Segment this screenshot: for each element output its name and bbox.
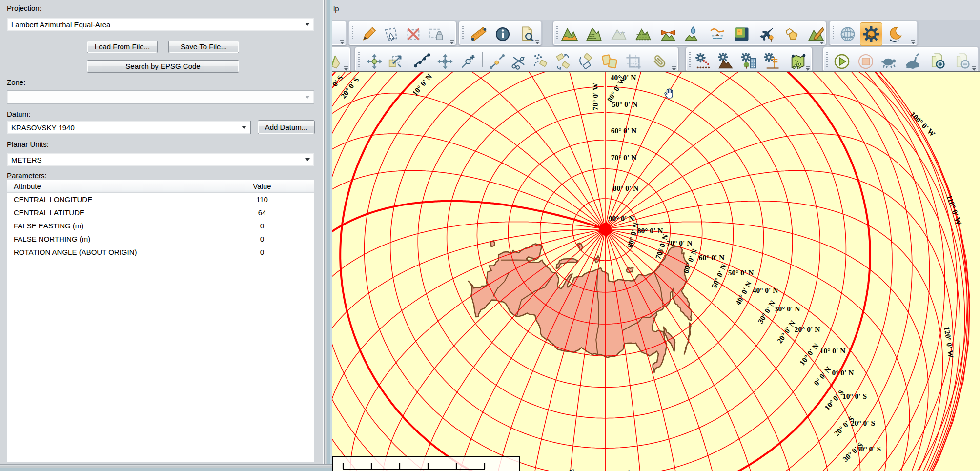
toolbar-overflow-button[interactable] bbox=[449, 39, 455, 44]
split-line-icon[interactable] bbox=[510, 53, 528, 70]
scatter-vertices-icon[interactable] bbox=[531, 53, 549, 70]
toolbar-grip[interactable] bbox=[462, 26, 464, 41]
flythrough-plane-icon[interactable] bbox=[758, 25, 776, 43]
select-polygon-icon[interactable] bbox=[382, 25, 400, 43]
dialog-right-border bbox=[323, 0, 332, 471]
terrain-flatten-icon[interactable] bbox=[610, 25, 628, 43]
color-relief-icon[interactable] bbox=[733, 25, 751, 43]
load-from-file-button[interactable]: Load From File... bbox=[87, 41, 158, 53]
chevron-down-icon[interactable] bbox=[302, 154, 313, 165]
rotate-features-alt-icon[interactable] bbox=[577, 53, 594, 70]
zoom-out-page-icon[interactable] bbox=[954, 53, 971, 70]
add-datum-button[interactable]: Add Datum... bbox=[258, 120, 315, 134]
stop-animation-icon[interactable] bbox=[857, 53, 875, 70]
chevron-down-icon[interactable] bbox=[238, 122, 250, 133]
toolbar-grip[interactable] bbox=[358, 52, 360, 67]
generate-streets-icon[interactable] bbox=[763, 53, 781, 70]
save-to-file-button[interactable]: Save To File... bbox=[168, 41, 239, 53]
digitizer-pencil-icon[interactable] bbox=[360, 25, 377, 43]
pan-feature-icon[interactable] bbox=[366, 53, 383, 70]
move-feature-icon[interactable] bbox=[436, 53, 454, 70]
generate-points-icon[interactable] bbox=[694, 53, 712, 70]
toolbar-row1-group-4 bbox=[553, 21, 826, 45]
parameter-row[interactable]: FALSE EASTING (m)0 bbox=[7, 220, 314, 233]
toolbar-overflow-button[interactable] bbox=[671, 65, 677, 70]
toolbar-row1-group-1 bbox=[330, 21, 347, 45]
chevron-down-icon[interactable] bbox=[302, 19, 313, 30]
terrain-watershed-icon[interactable] bbox=[659, 25, 677, 43]
north-pole-point bbox=[599, 223, 612, 236]
delete-feature-icon[interactable] bbox=[405, 25, 422, 43]
join-lines-icon[interactable] bbox=[489, 53, 507, 70]
parameter-row[interactable]: CENTRAL LONGITUDE110 bbox=[7, 193, 314, 206]
lock-edit-icon[interactable] bbox=[427, 25, 445, 43]
toolbar-overflow-button[interactable] bbox=[339, 39, 345, 44]
menu-item-help-partial[interactable]: lp bbox=[333, 4, 339, 13]
parameter-attribute: CENTRAL LONGITUDE bbox=[14, 195, 92, 204]
grid-label: 80° 0' N bbox=[613, 184, 639, 192]
speed-slow-turtle-icon[interactable] bbox=[880, 53, 898, 70]
toolbar-overflow-button[interactable] bbox=[971, 65, 977, 70]
parameter-value: 64 bbox=[210, 208, 314, 217]
scale-feature-icon[interactable] bbox=[387, 53, 404, 70]
terrain-contours-icon[interactable] bbox=[585, 25, 603, 43]
add-vertex-icon[interactable] bbox=[459, 53, 477, 70]
terrain-layers-icon[interactable] bbox=[709, 25, 726, 43]
toolbar-grip[interactable] bbox=[689, 52, 691, 67]
terrain-water-drop-icon[interactable] bbox=[684, 25, 701, 43]
parameter-row[interactable]: CENTRAL LATITUDE64 bbox=[7, 206, 314, 220]
generate-terrain-icon[interactable] bbox=[717, 53, 735, 70]
toolbar-overflow-button[interactable] bbox=[910, 39, 916, 44]
rotate-features-icon[interactable] bbox=[554, 53, 572, 70]
area-polygons-icon[interactable] bbox=[782, 25, 800, 43]
document-search-icon[interactable] bbox=[518, 25, 536, 43]
attach-file-icon[interactable] bbox=[651, 53, 668, 70]
toolbar-grip[interactable] bbox=[352, 26, 353, 41]
terrain-grid-icon[interactable] bbox=[634, 25, 652, 43]
parameter-row[interactable]: FALSE NORTHING (m)0 bbox=[7, 233, 314, 246]
parameter-attribute: FALSE NORTHING (m) bbox=[14, 235, 90, 243]
grid-label: 70° 0' N bbox=[667, 239, 693, 247]
grid-label: 60° 0' N bbox=[611, 126, 637, 135]
projection-dialog: Projection: Lambert Azimuthal Equal-Area… bbox=[0, 0, 332, 471]
toolbar-separator bbox=[482, 52, 483, 67]
planar-units-label: Planar Units: bbox=[7, 140, 49, 148]
chevron-down-icon bbox=[302, 91, 313, 103]
toolbar-row2-group-4 bbox=[823, 47, 979, 72]
datum-select[interactable]: KRASOVSKY 1940 bbox=[7, 121, 251, 134]
feature-info-icon[interactable] bbox=[494, 25, 511, 43]
parameters-table-header: Attribute Value bbox=[7, 180, 314, 193]
grid-label: 80° 0' N bbox=[637, 226, 663, 235]
duplicate-features-icon[interactable] bbox=[601, 53, 618, 70]
column-header-attribute[interactable]: Attribute bbox=[14, 182, 41, 190]
parameter-row[interactable]: ROTATION ANGLE (ABOUT ORIGIN)0 bbox=[7, 246, 314, 259]
vertex-map-icon[interactable] bbox=[789, 53, 807, 70]
gear-settings-icon[interactable] bbox=[862, 25, 880, 43]
toolbar-grip[interactable] bbox=[556, 26, 558, 41]
grid-label: 70° 0' W bbox=[591, 82, 599, 110]
map-viewport[interactable]: 40° 0' N50° 0' N60° 0' N70° 0' N80° 0' N… bbox=[332, 71, 980, 471]
crop-features-icon[interactable] bbox=[625, 53, 642, 70]
planar-units-select[interactable]: METERS bbox=[7, 153, 314, 166]
night-mode-moon-icon[interactable] bbox=[886, 25, 903, 43]
play-animation-icon[interactable] bbox=[833, 53, 851, 70]
edit-vertices-icon[interactable] bbox=[413, 53, 431, 70]
search-epsg-button[interactable]: Search by EPSG Code bbox=[87, 60, 239, 73]
toolbar-grip[interactable] bbox=[826, 52, 828, 67]
projection-select[interactable]: Lambert Azimuthal Equal-Area bbox=[7, 18, 314, 31]
globe-3d-icon[interactable] bbox=[839, 25, 857, 43]
toolbar-row1-group-5 bbox=[829, 21, 918, 45]
measure-ruler-icon[interactable] bbox=[470, 25, 488, 43]
toolbar-row2-group-1 bbox=[330, 47, 350, 72]
column-header-value[interactable]: Value bbox=[210, 182, 314, 190]
speed-fast-rabbit-icon[interactable] bbox=[904, 53, 921, 70]
parameter-attribute: CENTRAL LATITUDE bbox=[14, 208, 84, 217]
parameter-value: 0 bbox=[210, 248, 314, 256]
terrain-elevation-icon[interactable] bbox=[561, 25, 578, 43]
generate-buildings-icon[interactable] bbox=[740, 53, 758, 70]
toolbar-grip[interactable] bbox=[833, 26, 834, 41]
zoom-in-page-icon[interactable] bbox=[929, 53, 946, 70]
zone-select[interactable] bbox=[7, 90, 314, 104]
terrain-paint-icon[interactable] bbox=[807, 25, 825, 43]
map-canvas[interactable]: 40° 0' N50° 0' N60° 0' N70° 0' N80° 0' N… bbox=[332, 72, 980, 471]
